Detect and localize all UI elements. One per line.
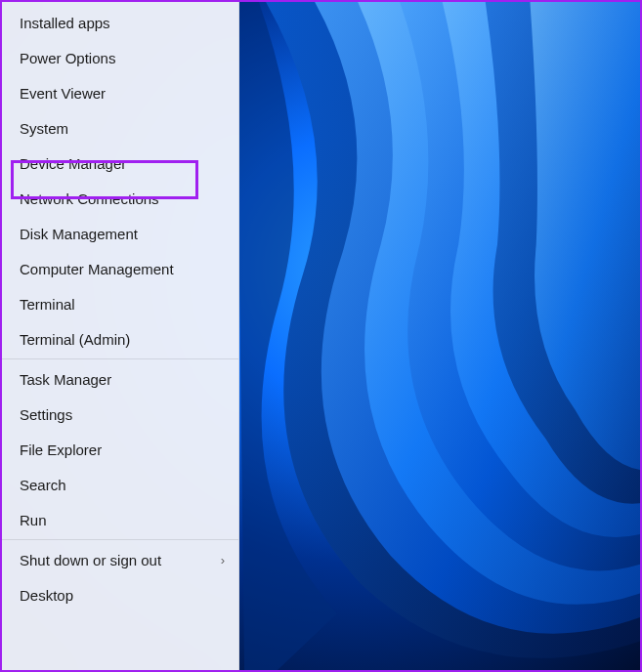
- menu-item-label: System: [20, 120, 68, 137]
- menu-group-1: Installed apps Power Options Event Viewe…: [2, 5, 238, 357]
- menu-item-label: Computer Management: [20, 261, 174, 277]
- menu-item-terminal[interactable]: Terminal: [2, 286, 238, 321]
- menu-item-search[interactable]: Search: [2, 467, 238, 502]
- winx-context-menu: Installed apps Power Options Event Viewe…: [2, 2, 239, 670]
- menu-item-run[interactable]: Run: [2, 502, 238, 537]
- menu-item-event-viewer[interactable]: Event Viewer: [2, 75, 238, 110]
- menu-item-label: Disk Management: [20, 226, 138, 242]
- menu-item-network-connections[interactable]: Network Connections: [2, 181, 238, 216]
- menu-item-label: Task Manager: [20, 371, 111, 388]
- menu-item-label: Settings: [20, 406, 72, 423]
- menu-item-label: Terminal (Admin): [20, 331, 130, 348]
- menu-group-3: Shut down or sign out › Desktop: [2, 542, 238, 612]
- menu-item-computer-management[interactable]: Computer Management: [2, 251, 238, 286]
- menu-separator: [2, 358, 238, 359]
- menu-item-terminal-admin[interactable]: Terminal (Admin): [2, 321, 238, 357]
- menu-item-system[interactable]: System: [2, 110, 238, 146]
- menu-item-label: Installed apps: [20, 15, 110, 31]
- chevron-right-icon: ›: [221, 553, 225, 567]
- menu-item-label: File Explorer: [20, 441, 102, 458]
- menu-item-label: Search: [20, 477, 66, 493]
- menu-item-installed-apps[interactable]: Installed apps: [2, 5, 238, 40]
- menu-item-label: Power Options: [20, 50, 115, 66]
- menu-item-label: Desktop: [20, 587, 73, 604]
- menu-item-power-options[interactable]: Power Options: [2, 40, 238, 75]
- menu-separator: [2, 539, 238, 540]
- menu-item-desktop[interactable]: Desktop: [2, 577, 238, 612]
- menu-item-settings[interactable]: Settings: [2, 397, 238, 432]
- menu-item-label: Shut down or sign out: [20, 552, 161, 568]
- menu-group-2: Task Manager Settings File Explorer Sear…: [2, 361, 238, 537]
- menu-item-label: Network Connections: [20, 190, 159, 207]
- menu-item-disk-management[interactable]: Disk Management: [2, 216, 238, 251]
- menu-item-task-manager[interactable]: Task Manager: [2, 361, 238, 397]
- menu-item-file-explorer[interactable]: File Explorer: [2, 432, 238, 467]
- menu-item-label: Run: [20, 512, 47, 528]
- menu-item-device-manager[interactable]: Device Manager: [2, 146, 238, 181]
- menu-item-label: Device Manager: [20, 155, 126, 172]
- menu-item-shutdown[interactable]: Shut down or sign out ›: [2, 542, 238, 577]
- menu-item-label: Event Viewer: [20, 85, 106, 102]
- menu-item-label: Terminal: [20, 296, 75, 313]
